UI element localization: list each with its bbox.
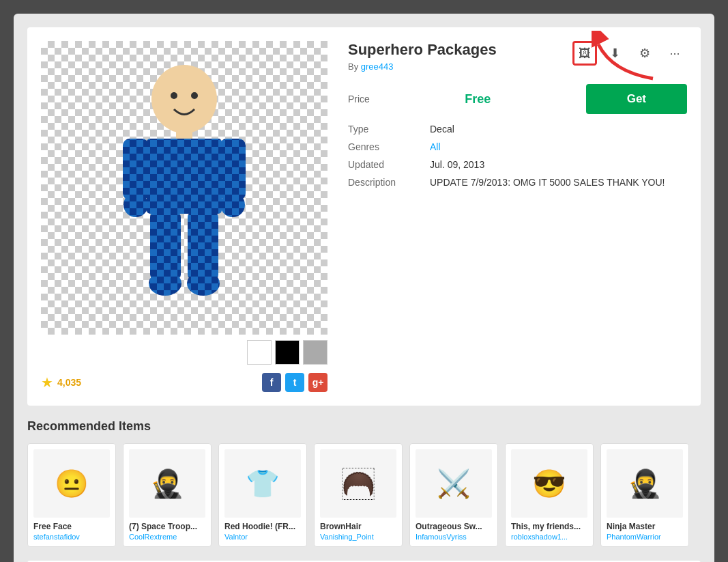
thumb-gray[interactable] (303, 340, 327, 365)
configure-button[interactable]: ⚙ (632, 41, 657, 66)
toolbar: 🖼 ⬇ ⚙ ··· (572, 41, 687, 66)
recommended-item[interactable]: 🥷 Ninja Master PhantomWarrior (600, 443, 689, 547)
image-thumbnails (41, 340, 327, 365)
updated-label: Updated (348, 159, 430, 170)
svg-point-1 (171, 92, 177, 99)
product-image-container (41, 41, 327, 335)
recommended-section: Recommended Items 😐 Free Face stefanstaf… (27, 419, 701, 547)
product-avatar (82, 58, 287, 318)
star-icon: ★ (41, 374, 53, 391)
type-label: Type (348, 124, 430, 135)
rec-item-image: 🥷 (607, 449, 683, 518)
facebook-icon[interactable]: f (262, 373, 281, 392)
recommended-grid: 😐 Free Face stefanstafidov 🥷 (7) Space T… (27, 443, 701, 547)
type-value: Decal (430, 124, 454, 135)
rec-item-name: BrownHair (320, 522, 396, 531)
thumb-black[interactable] (275, 340, 300, 365)
twitter-icon[interactable]: t (285, 373, 304, 392)
googleplus-icon[interactable]: g+ (308, 373, 327, 392)
rec-item-author: InfamousVyriss (416, 533, 492, 541)
rec-item-author: stefanstafidov (33, 533, 110, 541)
svg-rect-3 (176, 130, 192, 140)
svg-rect-8 (147, 139, 222, 214)
social-icons: f t g+ (262, 373, 327, 392)
rec-item-image: 😎 (511, 449, 587, 518)
rec-item-name: Outrageous Sw... (416, 522, 492, 531)
svg-point-15 (149, 271, 181, 296)
rec-item-author: Vanishing_Point (320, 533, 396, 541)
genres-value[interactable]: All (430, 141, 441, 152)
rec-item-image: 😐 (33, 449, 110, 518)
updated-row: Updated Jul. 09, 2013 (348, 159, 687, 170)
price-label: Price (348, 94, 370, 104)
recommended-item[interactable]: ⚔️ Outrageous Sw... InfamousVyriss (409, 443, 498, 547)
rec-item-author: Valntor (224, 533, 301, 541)
svg-point-16 (187, 271, 220, 296)
product-image-area: ★ 4,035 f t g+ (41, 41, 327, 392)
price-row: Price Free Get (348, 84, 687, 114)
rec-item-image: 👕 (224, 449, 301, 518)
rec-item-author: PhantomWarrior (607, 533, 683, 541)
rating-count: 4,035 (57, 377, 81, 388)
thumb-white[interactable] (247, 340, 272, 365)
recommended-item[interactable]: 😐 Free Face stefanstafidov (27, 443, 116, 547)
more-button[interactable]: ··· (663, 41, 687, 66)
description-row: Description UPDATE 7/9/2013: OMG IT 5000… (348, 177, 687, 188)
product-card: ★ 4,035 f t g+ 🖼 ⬇ ⚙ ··· (27, 27, 701, 406)
svg-point-11 (123, 193, 148, 217)
rec-item-name: Ninja Master (607, 522, 683, 531)
updated-value: Jul. 09, 2013 (430, 159, 484, 170)
rec-item-image: 🦱 (320, 449, 396, 518)
rec-item-name: This, my friends... (511, 522, 587, 531)
price-value: Free (465, 92, 491, 107)
svg-rect-10 (220, 139, 246, 200)
info-table: Type Decal Genres All Updated Jul. 09, 2… (348, 124, 687, 188)
description-value: UPDATE 7/9/2013: OMG IT 5000 SALES THANK… (430, 177, 665, 188)
star-rating: ★ 4,035 (41, 374, 81, 391)
rec-item-name: (7) Space Troop... (129, 522, 205, 531)
svg-point-2 (191, 92, 198, 99)
genres-row: Genres All (348, 141, 687, 152)
image-view-button[interactable]: 🖼 (572, 41, 597, 66)
svg-rect-14 (188, 212, 218, 280)
recommended-item[interactable]: 🦱 BrownHair Vanishing_Point (314, 443, 403, 547)
recommended-item[interactable]: 🥷 (7) Space Troop... CoolRextreme (123, 443, 212, 547)
svg-rect-13 (150, 212, 181, 280)
recommended-title: Recommended Items (27, 419, 701, 434)
genres-label: Genres (348, 141, 430, 152)
product-info: 🖼 ⬇ ⚙ ··· Superhero Packages B (348, 41, 687, 392)
svg-point-12 (220, 193, 245, 217)
rec-item-image: 🥷 (129, 449, 205, 518)
rec-item-author: robloxshadow1... (511, 533, 587, 541)
description-label: Description (348, 177, 430, 188)
author-link[interactable]: gree443 (361, 61, 394, 72)
rating-row: ★ 4,035 f t g+ (41, 373, 327, 392)
recommended-item[interactable]: 👕 Red Hoodie! (FR... Valntor (218, 443, 307, 547)
rec-item-author: CoolRextreme (129, 533, 205, 541)
download-button[interactable]: ⬇ (602, 41, 627, 66)
get-button[interactable]: Get (586, 84, 687, 114)
rec-item-name: Free Face (33, 522, 110, 531)
svg-rect-9 (123, 139, 149, 200)
rec-item-name: Red Hoodie! (FR... (224, 522, 301, 531)
recommended-item[interactable]: 😎 This, my friends... robloxshadow1... (505, 443, 594, 547)
svg-point-0 (151, 65, 217, 133)
rec-item-image: ⚔️ (416, 449, 492, 518)
type-row: Type Decal (348, 124, 687, 135)
